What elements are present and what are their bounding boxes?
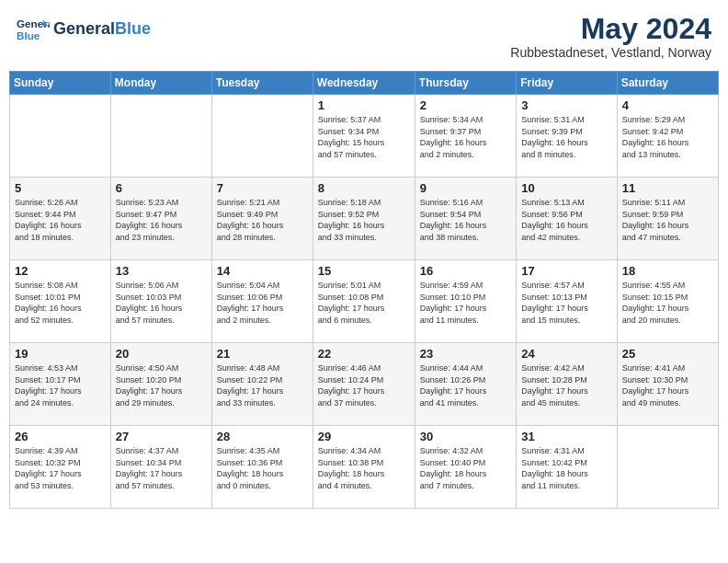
calendar-cell: 31Sunrise: 4:31 AM Sunset: 10:42 PM Dayl… <box>517 426 617 509</box>
day-number: 12 <box>15 264 106 278</box>
day-number: 31 <box>521 430 611 443</box>
day-number: 13 <box>116 264 207 278</box>
calendar-cell: 20Sunrise: 4:50 AM Sunset: 10:20 PM Dayl… <box>110 343 211 426</box>
day-info: Sunrise: 4:59 AM Sunset: 10:10 PM Daylig… <box>420 280 511 326</box>
logo-general: General <box>53 19 115 38</box>
day-info: Sunrise: 5:34 AM Sunset: 9:37 PM Dayligh… <box>420 114 511 160</box>
day-number: 26 <box>15 430 106 443</box>
day-info: Sunrise: 5:29 AM Sunset: 9:42 PM Dayligh… <box>622 114 713 160</box>
day-info: Sunrise: 5:01 AM Sunset: 10:08 PM Daylig… <box>318 280 410 326</box>
day-info: Sunrise: 5:26 AM Sunset: 9:44 PM Dayligh… <box>15 197 106 243</box>
column-header-tuesday: Tuesday <box>211 72 313 95</box>
calendar-cell: 26Sunrise: 4:39 AM Sunset: 10:32 PM Dayl… <box>10 426 111 509</box>
day-info: Sunrise: 5:16 AM Sunset: 9:54 PM Dayligh… <box>420 197 511 243</box>
calendar-cell: 19Sunrise: 4:53 AM Sunset: 10:17 PM Dayl… <box>10 343 111 426</box>
day-number: 3 <box>521 98 611 112</box>
calendar-cell: 23Sunrise: 4:44 AM Sunset: 10:26 PM Dayl… <box>415 343 516 426</box>
day-number: 4 <box>622 98 713 112</box>
calendar-cell: 11Sunrise: 5:11 AM Sunset: 9:59 PM Dayli… <box>617 178 718 260</box>
calendar-table: SundayMondayTuesdayWednesdayThursdayFrid… <box>9 71 719 509</box>
page-header: General Blue GeneralBlue May 2024 Rubbes… <box>9 9 719 63</box>
day-info: Sunrise: 5:31 AM Sunset: 9:39 PM Dayligh… <box>521 114 611 160</box>
day-number: 9 <box>420 181 511 195</box>
calendar-cell <box>110 95 211 178</box>
calendar-cell: 7Sunrise: 5:21 AM Sunset: 9:49 PM Daylig… <box>211 178 313 260</box>
day-info: Sunrise: 4:50 AM Sunset: 10:20 PM Daylig… <box>116 362 207 408</box>
day-info: Sunrise: 5:11 AM Sunset: 9:59 PM Dayligh… <box>622 197 713 243</box>
day-number: 2 <box>420 98 511 112</box>
day-info: Sunrise: 4:35 AM Sunset: 10:36 PM Daylig… <box>217 445 308 491</box>
calendar-cell: 18Sunrise: 4:55 AM Sunset: 10:15 PM Dayl… <box>617 260 718 343</box>
day-number: 5 <box>15 181 106 195</box>
logo-blue: Blue <box>115 19 151 38</box>
day-number: 10 <box>521 181 611 195</box>
column-header-saturday: Saturday <box>617 72 718 95</box>
calendar-week-row: 19Sunrise: 4:53 AM Sunset: 10:17 PM Dayl… <box>10 343 719 426</box>
day-number: 19 <box>15 347 106 361</box>
day-number: 28 <box>217 430 308 443</box>
calendar-cell: 4Sunrise: 5:29 AM Sunset: 9:42 PM Daylig… <box>617 95 718 178</box>
day-number: 8 <box>318 181 410 195</box>
calendar-cell: 28Sunrise: 4:35 AM Sunset: 10:36 PM Dayl… <box>211 426 313 509</box>
calendar-cell: 16Sunrise: 4:59 AM Sunset: 10:10 PM Dayl… <box>415 260 516 343</box>
day-number: 20 <box>116 347 207 361</box>
calendar-cell: 24Sunrise: 4:42 AM Sunset: 10:28 PM Dayl… <box>517 343 617 426</box>
day-number: 7 <box>217 181 308 195</box>
day-number: 6 <box>116 181 207 195</box>
calendar-cell: 1Sunrise: 5:37 AM Sunset: 9:34 PM Daylig… <box>313 95 415 178</box>
calendar-cell: 10Sunrise: 5:13 AM Sunset: 9:56 PM Dayli… <box>517 178 617 260</box>
calendar-week-row: 1Sunrise: 5:37 AM Sunset: 9:34 PM Daylig… <box>10 95 719 178</box>
calendar-cell: 2Sunrise: 5:34 AM Sunset: 9:37 PM Daylig… <box>415 95 516 178</box>
calendar-cell <box>10 95 111 178</box>
day-info: Sunrise: 4:37 AM Sunset: 10:34 PM Daylig… <box>116 445 207 491</box>
day-info: Sunrise: 4:42 AM Sunset: 10:28 PM Daylig… <box>521 362 611 408</box>
calendar-cell: 21Sunrise: 4:48 AM Sunset: 10:22 PM Dayl… <box>211 343 313 426</box>
calendar-cell: 30Sunrise: 4:32 AM Sunset: 10:40 PM Dayl… <box>415 426 516 509</box>
logo-icon: General Blue <box>17 13 50 46</box>
day-number: 1 <box>318 98 410 112</box>
day-info: Sunrise: 5:13 AM Sunset: 9:56 PM Dayligh… <box>521 197 611 243</box>
day-number: 24 <box>521 347 611 361</box>
day-info: Sunrise: 4:46 AM Sunset: 10:24 PM Daylig… <box>318 362 410 408</box>
calendar-cell: 27Sunrise: 4:37 AM Sunset: 10:34 PM Dayl… <box>110 426 211 509</box>
column-header-monday: Monday <box>110 72 211 95</box>
calendar-cell <box>211 95 313 178</box>
calendar-header-row: SundayMondayTuesdayWednesdayThursdayFrid… <box>10 72 719 95</box>
column-header-thursday: Thursday <box>415 72 516 95</box>
day-number: 30 <box>420 430 511 443</box>
day-number: 27 <box>116 430 207 443</box>
calendar-cell: 22Sunrise: 4:46 AM Sunset: 10:24 PM Dayl… <box>313 343 415 426</box>
calendar-cell: 6Sunrise: 5:23 AM Sunset: 9:47 PM Daylig… <box>110 178 211 260</box>
day-info: Sunrise: 5:06 AM Sunset: 10:03 PM Daylig… <box>116 280 207 326</box>
day-number: 21 <box>217 347 308 361</box>
day-info: Sunrise: 5:37 AM Sunset: 9:34 PM Dayligh… <box>318 114 410 160</box>
day-info: Sunrise: 4:41 AM Sunset: 10:30 PM Daylig… <box>622 362 713 408</box>
calendar-cell: 12Sunrise: 5:08 AM Sunset: 10:01 PM Dayl… <box>10 260 111 343</box>
day-info: Sunrise: 5:04 AM Sunset: 10:06 PM Daylig… <box>217 280 308 326</box>
day-number: 11 <box>622 181 713 195</box>
calendar-cell: 13Sunrise: 5:06 AM Sunset: 10:03 PM Dayl… <box>110 260 211 343</box>
day-info: Sunrise: 4:32 AM Sunset: 10:40 PM Daylig… <box>420 445 511 491</box>
day-number: 29 <box>318 430 410 443</box>
calendar-cell: 29Sunrise: 4:34 AM Sunset: 10:38 PM Dayl… <box>313 426 415 509</box>
day-number: 16 <box>420 264 511 278</box>
day-info: Sunrise: 5:23 AM Sunset: 9:47 PM Dayligh… <box>116 197 207 243</box>
column-header-wednesday: Wednesday <box>313 72 415 95</box>
day-info: Sunrise: 4:48 AM Sunset: 10:22 PM Daylig… <box>217 362 308 408</box>
calendar-cell: 5Sunrise: 5:26 AM Sunset: 9:44 PM Daylig… <box>10 178 111 260</box>
day-number: 18 <box>622 264 713 278</box>
logo: General Blue GeneralBlue <box>17 13 151 46</box>
calendar-cell: 25Sunrise: 4:41 AM Sunset: 10:30 PM Dayl… <box>617 343 718 426</box>
day-info: Sunrise: 4:31 AM Sunset: 10:42 PM Daylig… <box>521 445 611 491</box>
day-number: 22 <box>318 347 410 361</box>
day-number: 15 <box>318 264 410 278</box>
day-number: 17 <box>521 264 611 278</box>
day-info: Sunrise: 4:39 AM Sunset: 10:32 PM Daylig… <box>15 445 106 491</box>
month-title: May 2024 <box>510 13 711 45</box>
calendar-week-row: 26Sunrise: 4:39 AM Sunset: 10:32 PM Dayl… <box>10 426 719 509</box>
column-header-sunday: Sunday <box>10 72 111 95</box>
day-info: Sunrise: 4:53 AM Sunset: 10:17 PM Daylig… <box>15 362 106 408</box>
day-number: 14 <box>217 264 308 278</box>
day-number: 25 <box>622 347 713 361</box>
calendar-cell: 3Sunrise: 5:31 AM Sunset: 9:39 PM Daylig… <box>517 95 617 178</box>
